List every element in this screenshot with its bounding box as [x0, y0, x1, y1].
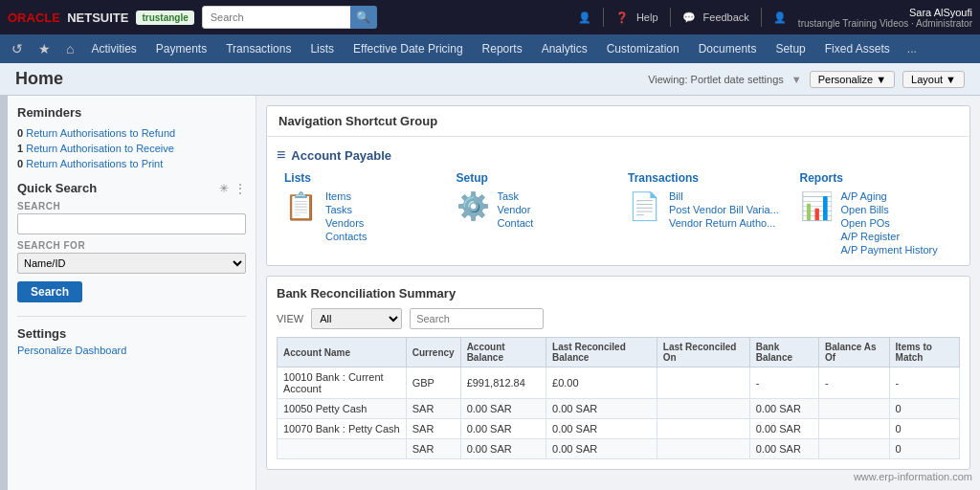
lists-link-2[interactable]: Vendors — [325, 217, 367, 229]
shortcut-col-setup: Setup ⚙️ Task Vendor Contact — [457, 171, 610, 256]
top-bar: ORACLE NETSUITE trustangle 🔍 👤 ❓ Help 💬 … — [0, 0, 980, 34]
reminder-item-2[interactable]: 0 Return Authorisations to Print — [17, 156, 246, 171]
global-search-icon[interactable]: 👤 — [578, 11, 591, 24]
transactions-col-content: 📄 Bill Post Vendor Bill Varia... Vendor … — [628, 190, 781, 229]
page-header-right: Viewing: Portlet date settings ▼ Persona… — [648, 71, 965, 88]
table-row: 10070 Bank : Petty Cash SAR 0.00 SAR 0.0… — [278, 419, 960, 439]
row0-currency: GBP — [406, 368, 460, 399]
nav-item-analytics[interactable]: Analytics — [532, 34, 597, 63]
user-subtitle: trustangle Training Videos · Administrat… — [798, 18, 972, 29]
nav-home-icon[interactable]: ⌂ — [58, 41, 81, 56]
transactions-icon: 📄 — [628, 190, 661, 222]
nav-item-customization[interactable]: Customization — [597, 34, 689, 63]
lists-link-1[interactable]: Tasks — [325, 204, 367, 215]
setup-link-2[interactable]: Contact — [498, 217, 534, 229]
nav-item-effective-date[interactable]: Effective Date Pricing — [344, 34, 473, 63]
table-row: 10010 Bank : Current Account GBP £991,81… — [278, 368, 960, 399]
account-payable-label: Account Payable — [291, 148, 391, 163]
reports-link-4[interactable]: A/P Payment History — [841, 244, 938, 256]
reports-link-2[interactable]: Open POs — [841, 217, 938, 229]
lists-col-title: Lists — [284, 171, 437, 185]
reports-link-0[interactable]: A/P Aging — [841, 190, 938, 202]
nav-item-setup[interactable]: Setup — [766, 34, 814, 63]
personalize-dashboard-link[interactable]: Personalize Dashboard — [17, 345, 246, 356]
layout-button[interactable]: Layout ▼ — [902, 71, 965, 88]
help-icon[interactable]: ❓ — [615, 11, 629, 24]
lists-links: Items Tasks Vendors Contacts — [325, 190, 367, 242]
feedback-icon[interactable]: 💬 — [682, 11, 696, 24]
transactions-link-0[interactable]: Bill — [669, 190, 779, 202]
row1-last-rec-bal: 0.00 SAR — [546, 399, 657, 419]
personalize-label: Personalize — [818, 74, 873, 85]
menu-icon: ≡ — [277, 146, 285, 164]
nav-item-activities[interactable]: Activities — [81, 34, 145, 63]
search-for-select[interactable]: Name/ID Transaction Number Amount — [17, 253, 246, 274]
lists-col-content: 📋 Items Tasks Vendors Contacts — [284, 190, 437, 242]
user-info: Sara AlSyoufi trustangle Training Videos… — [798, 7, 972, 29]
reminders-title: Reminders — [17, 105, 246, 120]
row0-bal-as-of: - — [818, 368, 889, 399]
nav-item-lists[interactable]: Lists — [301, 34, 344, 63]
nav-item-payments[interactable]: Payments — [146, 34, 216, 63]
help-label[interactable]: Help — [636, 11, 658, 23]
reports-link-1[interactable]: Open Bills — [841, 204, 938, 215]
bank-controls: VIEW All Unreconciled Reconciled — [277, 308, 960, 329]
personalize-button[interactable]: Personalize ▼ — [810, 71, 895, 88]
transactions-links: Bill Post Vendor Bill Varia... Vendor Re… — [669, 190, 779, 229]
quick-search-title: Quick Search — [17, 181, 97, 195]
row1-account: 10050 Petty Cash — [278, 399, 407, 419]
lists-link-0[interactable]: Items — [325, 190, 367, 202]
layout-label: Layout — [911, 74, 943, 85]
reports-icon: 📊 — [800, 190, 834, 222]
reminder-count-0: 0 — [17, 127, 26, 139]
watermark: www.erp-information.com — [854, 471, 972, 482]
col-currency: Currency — [406, 338, 460, 368]
view-label: VIEW — [277, 313, 303, 324]
reports-col-content: 📊 A/P Aging Open Bills Open POs A/P Regi… — [800, 190, 953, 256]
lists-link-3[interactable]: Contacts — [325, 231, 367, 242]
personalize-dropdown-icon: ▼ — [876, 74, 886, 85]
nav-item-transactions[interactable]: Transactions — [216, 34, 301, 63]
row2-last-rec-on — [657, 419, 749, 439]
bank-section: Bank Reconciliation Summary VIEW All Unr… — [267, 277, 969, 469]
reminder-label-0: Return Authorisations to Refund — [26, 127, 175, 139]
reports-link-3[interactable]: A/P Register — [841, 231, 938, 242]
setup-link-0[interactable]: Task — [498, 190, 534, 202]
nav-item-fixed-assets[interactable]: Fixed Assets — [815, 34, 900, 63]
quick-search-more-icon[interactable]: ⋮ — [234, 182, 246, 195]
search-button[interactable]: Search — [17, 281, 82, 302]
nav-item-reports[interactable]: Reports — [473, 34, 532, 63]
feedback-label[interactable]: Feedback — [703, 11, 749, 23]
quick-search-settings-icon[interactable]: ✳ — [219, 182, 229, 195]
row2-acct-bal: 0.00 SAR — [460, 419, 546, 439]
row1-bank-bal: 0.00 SAR — [749, 399, 818, 419]
reminder-label-2: Return Authorisations to Print — [26, 158, 163, 169]
row3-items: 0 — [889, 439, 959, 459]
top-search-wrap: 🔍 — [202, 6, 377, 29]
row3-bal-as-of — [818, 439, 889, 459]
bank-view-select[interactable]: All Unreconciled Reconciled — [311, 308, 402, 329]
top-search-input[interactable] — [202, 6, 351, 29]
nav-more-button[interactable]: ... — [900, 42, 924, 56]
reminder-item-0[interactable]: 0 Return Authorisations to Refund — [17, 125, 246, 141]
nav-item-documents[interactable]: Documents — [689, 34, 767, 63]
row0-bank-bal: - — [749, 368, 818, 399]
bank-search-input[interactable] — [410, 308, 544, 329]
transactions-link-2[interactable]: Vendor Return Autho... — [669, 217, 779, 229]
row3-last-rec-on — [657, 439, 749, 459]
search-field-input[interactable] — [17, 213, 246, 234]
shortcut-col-lists: Lists 📋 Items Tasks Vendors Contacts — [284, 171, 437, 256]
transactions-link-1[interactable]: Post Vendor Bill Varia... — [669, 204, 779, 215]
row3-last-rec-bal: 0.00 SAR — [546, 439, 657, 459]
nav-star-icon[interactable]: ★ — [31, 41, 58, 56]
row1-bal-as-of — [818, 399, 889, 419]
col-items-to-match: Items to Match — [889, 338, 959, 368]
nav-history-icon[interactable]: ↺ — [4, 41, 31, 56]
page-title: Home — [15, 69, 63, 89]
top-search-button[interactable]: 🔍 — [350, 6, 377, 29]
setup-link-1[interactable]: Vendor — [498, 204, 534, 215]
reminder-count-1: 1 — [17, 143, 26, 154]
reminder-item-1[interactable]: 1 Return Authorisation to Receive — [17, 141, 246, 156]
viewing-label: Viewing: Portlet date settings — [648, 74, 784, 85]
col-last-rec-balance: Last Reconciled Balance — [546, 338, 657, 368]
